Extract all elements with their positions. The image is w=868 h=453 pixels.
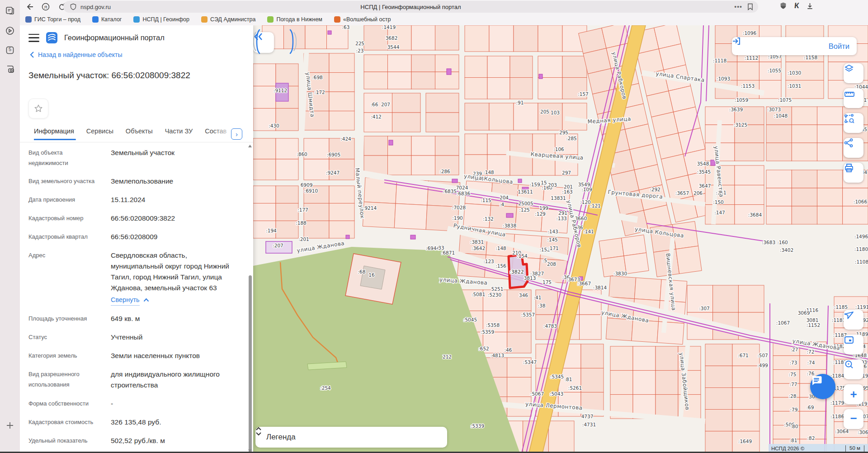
field-value: Земли населенных пунктов [111, 350, 237, 361]
print-button[interactable] [844, 163, 863, 183]
svg-text::4783: :4783 [543, 323, 557, 329]
svg-text::125: :125 [519, 207, 530, 212]
bookmark-item[interactable]: Погода в Нижнем [267, 16, 322, 23]
yandex-logo-icon[interactable]: Я [41, 2, 51, 12]
svg-text::671: :671 [738, 353, 749, 358]
favorite-button[interactable] [28, 99, 48, 118]
field-row: Площадь уточненная649 кв. м [28, 313, 237, 324]
bookmark-item[interactable]: Каталог [92, 16, 122, 23]
svg-text::5230: :5230 [488, 292, 501, 297]
svg-text::6836: :6836 [457, 191, 471, 196]
svg-text::3684: :3684 [748, 212, 762, 217]
scrollbar-thumb[interactable] [249, 275, 252, 453]
browser-chrome: Я nspd.gov.ru НСПД | Геоинформационный п… [20, 0, 868, 25]
bookmark-item[interactable]: НСПД | Геоинфор [133, 16, 189, 23]
bookmark-label: Погода в Нижнем [276, 16, 322, 23]
scroll-up-arrow-icon[interactable] [248, 145, 252, 147]
svg-text::1185: :1185 [834, 304, 848, 310]
bookmark-favicon [201, 16, 208, 23]
svg-text::160: :160 [777, 240, 788, 245]
cadastral-map[interactable]: :63:141922536823544:23:698:172:9112:6620… [253, 25, 868, 453]
svg-text::163: :163 [562, 189, 573, 194]
search-on-map-button[interactable] [844, 359, 863, 379]
back-to-results-link[interactable]: Назад в найденные объекты [30, 51, 122, 58]
svg-text::3073: :3073 [767, 107, 781, 112]
field-label: Дата присвоения [28, 194, 100, 205]
extension-k-icon[interactable]: К [794, 1, 799, 10]
svg-text::156: :156 [495, 263, 506, 269]
bookmark-item[interactable]: «Волшебный остр [334, 16, 391, 23]
tabs-scroll-right-button[interactable]: › [231, 128, 242, 140]
field-row: Дата присвоения15.11.2024 [28, 194, 237, 205]
svg-text::499: :499 [757, 363, 768, 368]
collapse-panel-button[interactable] [253, 32, 274, 53]
bookmark-item[interactable]: ГИС Торги – прод [25, 16, 80, 23]
svg-text::1186: :1186 [830, 414, 844, 419]
layers-button[interactable] [844, 63, 863, 83]
field-value: Земельный участок [111, 147, 237, 168]
svg-text::148: :148 [483, 170, 494, 175]
address-collapse-link[interactable]: Свернуть [111, 294, 237, 306]
svg-text::1112: :1112 [745, 55, 758, 61]
field-value: - [111, 398, 237, 409]
svg-text:13831: 13831 [551, 195, 566, 201]
bookmark-label: НСПД | Геоинфор [142, 16, 189, 23]
bookmark-flag-icon[interactable] [747, 3, 754, 10]
svg-text::1048: :1048 [774, 113, 788, 118]
address-bar[interactable]: nspd.gov.ru НСПД | Геоинформационный пор… [63, 1, 758, 13]
measure-button[interactable] [844, 88, 863, 108]
tab-Информация[interactable]: Информация [34, 127, 74, 140]
notes-icon[interactable] [5, 5, 15, 15]
panel-scrollbar[interactable] [248, 144, 252, 453]
locate-me-button[interactable] [844, 310, 863, 330]
bookmark-favicon [25, 16, 32, 23]
extension-shield-icon[interactable] [779, 2, 787, 10]
svg-text:3647: 3647 [699, 183, 711, 189]
login-button[interactable]: Войти [732, 37, 857, 55]
support-chat-button[interactable] [810, 374, 835, 399]
chat-bubble-icon [810, 374, 823, 387]
svg-text::1158: :1158 [804, 55, 817, 60]
legend-panel[interactable]: Легенда [255, 427, 447, 448]
field-value: для индивидуального жилищного строительс… [111, 369, 237, 391]
svg-text::27: :27 [791, 347, 798, 352]
overview-map-button[interactable] [844, 335, 863, 354]
screenshot-camera-icon[interactable] [5, 64, 15, 74]
zoom-in-button[interactable]: + [844, 384, 863, 404]
svg-text::254: :254 [320, 385, 331, 391]
play-circle-icon[interactable] [5, 26, 15, 36]
svg-text:204: 204 [500, 195, 509, 200]
field-label: Адрес [28, 250, 100, 306]
svg-text::145: :145 [547, 237, 558, 242]
tab-Части ЗУ[interactable]: Части ЗУ [165, 127, 193, 140]
spatial-search-button[interactable] [844, 113, 863, 133]
zoom-out-button[interactable]: − [844, 409, 863, 429]
tab-counter-badge[interactable]: 5 [5, 45, 15, 55]
downloads-icon[interactable] [806, 2, 814, 10]
field-label: Статус [28, 332, 100, 343]
app-title: Геоинформационный портал [64, 33, 165, 42]
svg-text::9247: :9247 [326, 170, 340, 175]
svg-text::41: :41 [534, 295, 542, 300]
tab-Объекты[interactable]: Объекты [126, 127, 153, 140]
bookmark-item[interactable]: СЭД Администра [201, 16, 255, 23]
svg-text::132: :132 [483, 216, 494, 222]
browser-sidebar: 5 [0, 0, 20, 453]
browser-back-icon[interactable] [24, 2, 34, 12]
svg-text::3642: :3642 [472, 245, 485, 251]
svg-text:Я: Я [44, 5, 47, 9]
address-more-icon[interactable]: ••• [734, 3, 742, 10]
tab-Сервисы[interactable]: Сервисы [86, 127, 113, 140]
svg-text::133: :133 [556, 216, 567, 221]
svg-text::6871: :6871 [441, 250, 455, 255]
menu-hamburger-button[interactable] [28, 34, 39, 42]
sidebar-add-icon[interactable] [5, 420, 15, 430]
share-button[interactable] [844, 138, 863, 158]
svg-text:103: 103 [551, 110, 560, 115]
svg-text:297: 297 [562, 170, 571, 175]
svg-text::38: :38 [538, 303, 546, 308]
svg-text::6835: :6835 [443, 189, 457, 194]
svg-text:291: 291 [558, 210, 567, 216]
bookmark-label: ГИС Торги – прод [34, 16, 80, 23]
svg-text:212: 212 [443, 354, 452, 359]
